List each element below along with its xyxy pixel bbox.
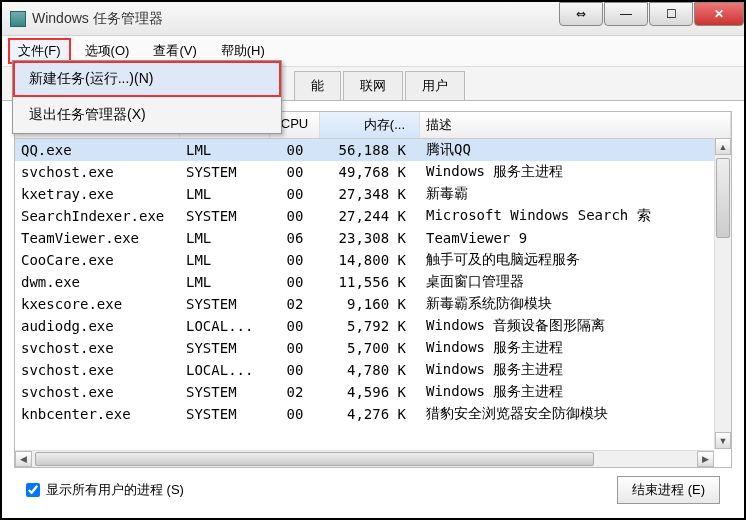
cell-cpu: 06 <box>270 228 320 248</box>
cell-user: LML <box>180 184 270 204</box>
cell-process-name: SearchIndexer.exe <box>15 206 180 226</box>
cell-process-name: audiodg.exe <box>15 316 180 336</box>
cell-user: LML <box>180 250 270 270</box>
cell-process-name: svchost.exe <box>15 338 180 358</box>
scroll-right-icon[interactable]: ▶ <box>697 451 714 467</box>
close-button[interactable]: ✕ <box>694 2 744 26</box>
vscroll-thumb[interactable] <box>716 158 730 238</box>
file-menu-dropdown: 新建任务(运行...)(N) 退出任务管理器(X) <box>12 60 282 134</box>
cell-memory: 9,160 K <box>320 294 420 314</box>
table-row[interactable]: svchost.exeSYSTEM024,596 KWindows 服务主进程 <box>15 381 731 403</box>
table-row[interactable]: kxetray.exeLML0027,348 K新毒霸 <box>15 183 731 205</box>
cell-cpu: 00 <box>270 360 320 380</box>
table-row[interactable]: CooCare.exeLML0014,800 K触手可及的电脑远程服务 <box>15 249 731 271</box>
horizontal-scrollbar[interactable]: ◀ ▶ <box>15 450 714 467</box>
cell-memory: 4,596 K <box>320 382 420 402</box>
table-row[interactable]: svchost.exeSYSTEM005,700 KWindows 服务主进程 <box>15 337 731 359</box>
titlebar: Windows 任务管理器 ⇔ — ☐ ✕ <box>2 2 744 36</box>
table-row[interactable]: SearchIndexer.exeSYSTEM0027,244 KMicroso… <box>15 205 731 227</box>
footer: 显示所有用户的进程 (S) 结束进程 (E) <box>14 468 732 512</box>
cell-cpu: 00 <box>270 184 320 204</box>
cell-process-name: svchost.exe <box>15 162 180 182</box>
hscroll-thumb[interactable] <box>35 452 594 466</box>
cell-description: 新毒霸系统防御模块 <box>420 293 731 315</box>
table-row[interactable]: TeamViewer.exeLML0623,308 KTeamViewer 9 <box>15 227 731 249</box>
table-row[interactable]: knbcenter.exeSYSTEM004,276 K猎豹安全浏览器安全防御模… <box>15 403 731 425</box>
end-process-button[interactable]: 结束进程 (E) <box>617 476 720 504</box>
show-all-users-label: 显示所有用户的进程 (S) <box>46 481 184 499</box>
cell-description: 腾讯QQ <box>420 139 731 161</box>
window-controls: ⇔ — ☐ ✕ <box>558 2 744 26</box>
cell-cpu: 00 <box>270 316 320 336</box>
cell-description: 新毒霸 <box>420 183 731 205</box>
app-icon <box>10 11 26 27</box>
cell-description: Windows 音频设备图形隔离 <box>420 315 731 337</box>
task-manager-window: Windows 任务管理器 ⇔ — ☐ ✕ 文件(F) 选项(O) 查看(V) … <box>0 0 746 520</box>
cell-process-name: TeamViewer.exe <box>15 228 180 248</box>
tab-networking[interactable]: 联网 <box>343 71 403 100</box>
show-all-users-input[interactable] <box>26 483 40 497</box>
cell-memory: 4,276 K <box>320 404 420 424</box>
cell-memory: 27,348 K <box>320 184 420 204</box>
minimize-button[interactable]: — <box>604 2 648 26</box>
cell-description: TeamViewer 9 <box>420 228 731 248</box>
cell-cpu: 02 <box>270 294 320 314</box>
vertical-scrollbar[interactable]: ▲ ▼ <box>714 138 731 449</box>
cell-user: SYSTEM <box>180 382 270 402</box>
cell-process-name: knbcenter.exe <box>15 404 180 424</box>
maximize-button[interactable]: ☐ <box>649 2 693 26</box>
cell-memory: 23,308 K <box>320 228 420 248</box>
cell-user: SYSTEM <box>180 206 270 226</box>
scroll-up-icon[interactable]: ▲ <box>715 138 731 155</box>
menu-exit[interactable]: 退出任务管理器(X) <box>13 97 281 133</box>
cell-description: Microsoft Windows Search 索 <box>420 205 731 227</box>
cell-memory: 11,556 K <box>320 272 420 292</box>
scroll-left-icon[interactable]: ◀ <box>15 451 32 467</box>
table-row[interactable]: svchost.exeLOCAL...004,780 KWindows 服务主进… <box>15 359 731 381</box>
cell-description: 桌面窗口管理器 <box>420 271 731 293</box>
cell-description: Windows 服务主进程 <box>420 359 731 381</box>
scroll-down-icon[interactable]: ▼ <box>715 432 731 449</box>
cell-process-name: CooCare.exe <box>15 250 180 270</box>
cell-cpu: 00 <box>270 162 320 182</box>
cell-cpu: 00 <box>270 272 320 292</box>
cell-user: SYSTEM <box>180 404 270 424</box>
cell-description: Windows 服务主进程 <box>420 161 731 183</box>
table-row[interactable]: audiodg.exeLOCAL...005,792 KWindows 音频设备… <box>15 315 731 337</box>
cell-description: Windows 服务主进程 <box>420 337 731 359</box>
show-all-users-checkbox[interactable]: 显示所有用户的进程 (S) <box>26 481 184 499</box>
cell-cpu: 00 <box>270 404 320 424</box>
cell-process-name: svchost.exe <box>15 360 180 380</box>
cell-cpu: 02 <box>270 382 320 402</box>
table-body: QQ.exeLML0056,188 K腾讯QQsvchost.exeSYSTEM… <box>15 139 731 467</box>
cell-memory: 56,188 K <box>320 140 420 160</box>
table-row[interactable]: QQ.exeLML0056,188 K腾讯QQ <box>15 139 731 161</box>
cell-user: LML <box>180 140 270 160</box>
cell-memory: 49,768 K <box>320 162 420 182</box>
cell-user: LML <box>180 272 270 292</box>
col-description[interactable]: 描述 <box>420 112 731 138</box>
tab-users[interactable]: 用户 <box>405 71 465 100</box>
cell-user: LOCAL... <box>180 316 270 336</box>
col-memory[interactable]: 内存(... <box>320 112 420 138</box>
table-row[interactable]: dwm.exeLML0011,556 K桌面窗口管理器 <box>15 271 731 293</box>
cell-cpu: 00 <box>270 140 320 160</box>
restore-down-button[interactable]: ⇔ <box>559 2 603 26</box>
cell-process-name: kxetray.exe <box>15 184 180 204</box>
table-row[interactable]: svchost.exeSYSTEM0049,768 KWindows 服务主进程 <box>15 161 731 183</box>
cell-process-name: QQ.exe <box>15 140 180 160</box>
cell-memory: 5,792 K <box>320 316 420 336</box>
content-area: CPU 内存(... 描述 QQ.exeLML0056,188 K腾讯QQsvc… <box>2 101 744 518</box>
cell-description: 猎豹安全浏览器安全防御模块 <box>420 403 731 425</box>
cell-memory: 14,800 K <box>320 250 420 270</box>
tab-services[interactable]: 能 <box>294 71 341 100</box>
cell-cpu: 00 <box>270 250 320 270</box>
cell-cpu: 00 <box>270 338 320 358</box>
cell-process-name: kxescore.exe <box>15 294 180 314</box>
cell-process-name: svchost.exe <box>15 382 180 402</box>
menu-new-task[interactable]: 新建任务(运行...)(N) <box>13 61 281 97</box>
cell-process-name: dwm.exe <box>15 272 180 292</box>
cell-memory: 27,244 K <box>320 206 420 226</box>
cell-description: Windows 服务主进程 <box>420 381 731 403</box>
table-row[interactable]: kxescore.exeSYSTEM029,160 K新毒霸系统防御模块 <box>15 293 731 315</box>
